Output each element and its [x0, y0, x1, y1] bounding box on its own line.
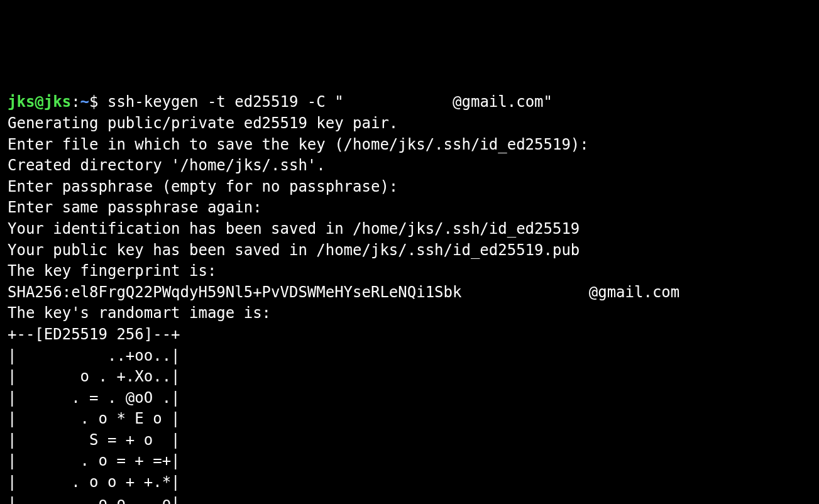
prompt-colon: :	[71, 93, 80, 111]
fingerprint-line: SHA256:el8FrgQ22PWqdyH59Nl5+PvVDSWMeHYse…	[8, 282, 811, 304]
fingerprint-email-domain: @gmail.com	[589, 283, 680, 301]
prompt-path: ~	[80, 93, 89, 111]
output-line: Generating public/private ed25519 key pa…	[8, 113, 811, 134]
terminal-window[interactable]: jks@jks:~$ ssh-keygen -t ed25519 -C " @g…	[8, 92, 811, 504]
output-line: Enter same passphrase again:	[8, 197, 811, 219]
randomart-line: | . o = + =+|	[8, 451, 811, 472]
randomart-line: | ..+oo..|	[8, 346, 811, 367]
command-line-1: jks@jks:~$ ssh-keygen -t ed25519 -C " @g…	[8, 92, 811, 113]
output-line: Enter file in which to save the key (/ho…	[8, 134, 811, 156]
command-text-pre: ssh-keygen -t ed25519 -C "	[107, 93, 344, 111]
output-line: The key fingerprint is:	[8, 261, 811, 282]
prompt-user: jks@jks	[8, 93, 71, 111]
randomart-line: | o . +.Xo..|	[8, 366, 811, 388]
randomart-line: | S = + o |	[8, 430, 811, 451]
randomart-line: | . o o .o|	[8, 493, 811, 504]
output-line: Your public key has been saved in /home/…	[8, 240, 811, 261]
output-line: The key's randomart image is:	[8, 303, 811, 324]
fingerprint-hash: SHA256:el8FrgQ22PWqdyH59Nl5+PvVDSWMeHYse…	[8, 283, 471, 301]
output-line: Created directory '/home/jks/.ssh'.	[8, 155, 811, 177]
prompt-dollar: $	[89, 93, 107, 111]
output-line: Your identification has been saved in /h…	[8, 219, 811, 240]
randomart-line: | . o * E o |	[8, 408, 811, 430]
randomart-line: +--[ED25519 256]--+	[8, 324, 811, 346]
randomart-line: | . = . @oO .|	[8, 388, 811, 409]
redacted-email-user	[344, 92, 453, 113]
command-text-post: @gmail.com"	[453, 93, 552, 111]
randomart-line: | . o o + +.*|	[8, 472, 811, 493]
redacted-email-user	[471, 282, 589, 304]
output-line: Enter passphrase (empty for no passphras…	[8, 177, 811, 198]
